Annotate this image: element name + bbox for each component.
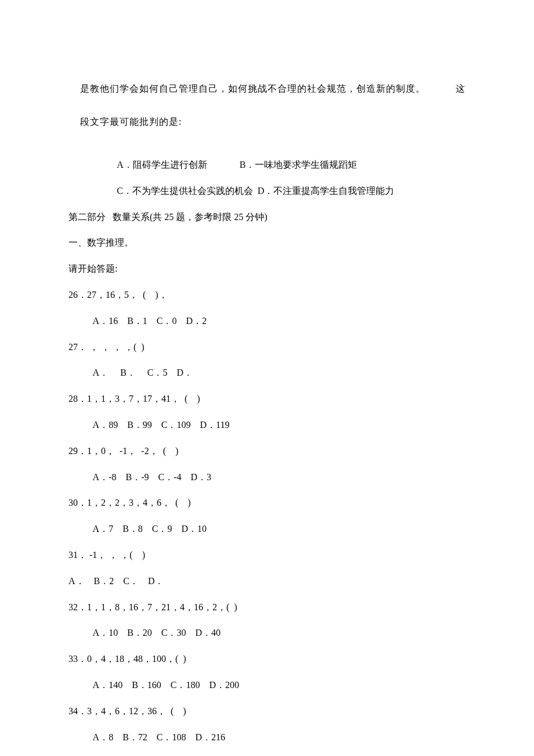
- q34-options: A．8 B．72 C．108 D．216: [68, 729, 466, 746]
- q27-options: A． B． C．5 D．: [68, 365, 466, 381]
- q27-stem: 27． ， ， ， ，( ): [68, 339, 466, 356]
- intro-paragraph: 是教他们学会如何自己管理自己，如何挑战不合理的社会规范，创造新的制度。这 段文字…: [68, 64, 466, 147]
- intro-line1-right: 这: [456, 81, 466, 98]
- section1-heading: 一、数字推理。: [68, 235, 466, 251]
- q31-options: A． B．2 C． D．: [68, 573, 466, 590]
- q33-options: A．140 B．160 C．180 D．200: [68, 677, 466, 694]
- part2-heading: 第二部分 数量关系(共 25 题，参考时限 25 分钟): [68, 209, 466, 226]
- document-page: 是教他们学会如何自己管理自己，如何挑战不合理的社会规范，创造新的制度。这 段文字…: [0, 0, 534, 756]
- q26-options: A．16 B．1 C．0 D．2: [68, 313, 466, 330]
- q34-stem: 34．3，4，6，12，36， ( ): [68, 703, 466, 720]
- q28-stem: 28．1，1，3，7，17，41， ( ): [68, 391, 466, 408]
- q30-options: A．7 B．8 C．9 D．10: [68, 521, 466, 538]
- intro-line2: 段文字最可能批判的是:: [80, 117, 182, 127]
- q29-stem: 29．1，0， -1， -2， ( ): [68, 443, 466, 460]
- q33-stem: 33．0，4，18，48，100，( ): [68, 651, 466, 668]
- q29-options: A．-8 B．-9 C．-4 D．3: [68, 469, 466, 486]
- q30-stem: 30．1，2，2，3，4，6， ( ): [68, 495, 466, 512]
- start-answer-label: 请开始答题:: [68, 261, 466, 278]
- intro-choice-row-2: C．不为学生提供社会实践的机会 D．不注重提高学生自我管理能力: [68, 183, 466, 200]
- q32-options: A．10 B．20 C．30 D．40: [68, 625, 466, 642]
- intro-line1-left: 是教他们学会如何自己管理自己，如何挑战不合理的社会规范，创造新的制度。: [80, 84, 425, 93]
- q31-stem: 31． -1， ， ，( ): [68, 547, 466, 564]
- intro-choice-row-1: A．阻碍学生进行创新 B．一味地要求学生循规蹈矩: [68, 157, 466, 174]
- q26-stem: 26．27，16，5， ( )，: [68, 287, 466, 304]
- q28-options: A．89 B．99 C．109 D．119: [68, 417, 466, 434]
- q32-stem: 32．1，1，8，16，7，21，4，16，2，( ): [68, 599, 466, 616]
